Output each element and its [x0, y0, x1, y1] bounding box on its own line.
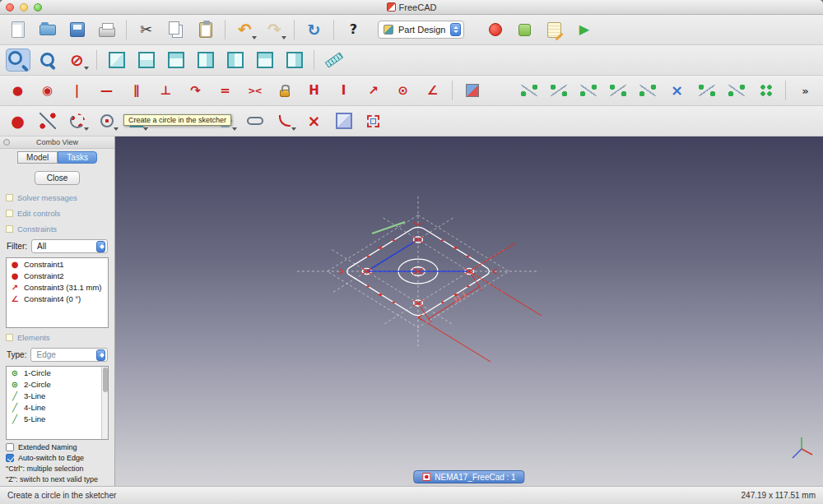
create-fillet-button[interactable]	[270, 109, 299, 134]
copy-button[interactable]	[161, 17, 190, 43]
close-task-button[interactable]: Close	[35, 171, 81, 185]
external-geometry-button[interactable]	[329, 109, 358, 134]
section-elements[interactable]: Elements	[0, 330, 114, 345]
symmetry-button[interactable]: ×	[663, 78, 691, 104]
right-view-button[interactable]	[191, 48, 220, 73]
panel-menu-button[interactable]	[3, 139, 10, 146]
tab-tasks[interactable]: Tasks	[58, 151, 97, 164]
constrain-coincident-button[interactable]: ●	[3, 78, 32, 104]
constrain-lock-button[interactable]	[270, 78, 299, 104]
checkbox[interactable]	[6, 454, 14, 462]
top-view-button[interactable]	[161, 48, 190, 73]
sketch-drawing[interactable]: 31.1	[297, 197, 542, 362]
checkbox[interactable]	[6, 443, 14, 451]
constrain-vertical-distance-button[interactable]: I	[329, 78, 358, 104]
trim-edge-button[interactable]: ×	[300, 109, 328, 134]
measure-distance-button[interactable]	[319, 48, 348, 73]
constrain-tangent-button[interactable]: ↷	[181, 78, 210, 104]
cut-button[interactable]: ✂	[132, 17, 160, 43]
refresh-button[interactable]: ↻	[300, 17, 328, 43]
constrain-perpendicular-button[interactable]: ⊥	[151, 78, 180, 104]
macro-edit-button[interactable]	[540, 17, 569, 43]
checkbox-row[interactable]: Auto-switch to Edge	[0, 452, 114, 463]
construction-hole-line[interactable]	[367, 239, 418, 271]
fillet-icon	[279, 115, 291, 127]
open-file-button[interactable]	[33, 17, 62, 43]
constrain-horizontal-button[interactable]: —	[92, 78, 121, 104]
dimension-annotations[interactable]	[418, 243, 542, 362]
create-circle-button[interactable]	[92, 109, 121, 134]
toolbar-overflow-button[interactable]: »	[791, 78, 820, 104]
save-icon	[70, 22, 85, 37]
constrain-horizontal-distance-button[interactable]: H	[300, 78, 328, 104]
element-type-select[interactable]: Edge	[30, 348, 108, 362]
select-constraints-button[interactable]	[574, 78, 602, 104]
constraint-row[interactable]: ∠ Constraint4 (0 °)	[7, 293, 108, 304]
left-view-button[interactable]	[280, 48, 309, 73]
save-button[interactable]	[63, 17, 91, 43]
undo-button[interactable]: ↶	[230, 17, 259, 43]
zoom-selection-button[interactable]	[33, 48, 62, 73]
element-row[interactable]: ╱ 5-Line	[7, 413, 108, 424]
constraint-row[interactable]: ● Constraint1	[7, 258, 108, 270]
constraint-filter-select[interactable]: All	[31, 239, 108, 253]
section-solver-messages[interactable]: Solver messages	[0, 190, 114, 206]
axonometric-view-button[interactable]	[102, 48, 131, 73]
front-view-button[interactable]	[132, 48, 160, 73]
tab-model[interactable]: Model	[17, 151, 58, 164]
constrain-distance-button[interactable]: ↗	[359, 78, 388, 104]
new-file-button[interactable]	[3, 17, 32, 43]
create-point-button[interactable]: ●	[3, 109, 32, 134]
print-button[interactable]	[92, 17, 121, 43]
connect-edges-button[interactable]	[544, 78, 573, 104]
macro-play-button[interactable]: ▶	[570, 17, 598, 43]
workbench-selector[interactable]: Part Design	[378, 21, 464, 39]
constraint-row[interactable]: ● Constraint2	[7, 270, 108, 281]
macro-stop-button[interactable]	[510, 17, 539, 43]
elements-scrollbar[interactable]	[101, 367, 108, 439]
element-row[interactable]: ⊙ 2-Circle	[7, 378, 108, 390]
toggle-construction-button[interactable]	[359, 109, 388, 134]
create-arc-button[interactable]	[63, 109, 91, 134]
document-tab[interactable]: NEMA17_FreeCad : 1	[413, 470, 524, 483]
close-shape-button[interactable]	[514, 78, 543, 104]
whats-this-button[interactable]: ?	[339, 17, 368, 43]
select-origin-button[interactable]	[603, 78, 632, 104]
paste-button[interactable]	[191, 17, 220, 43]
checkbox-row[interactable]: Extended Naming	[0, 442, 114, 452]
workbench-stepper-icon[interactable]	[450, 23, 461, 36]
constrain-parallel-button[interactable]: ∥	[122, 78, 151, 104]
constrain-point-on-object-button[interactable]: ◉	[33, 78, 62, 104]
element-row[interactable]: ⊙ 1-Circle	[7, 367, 108, 378]
toggle-driving-constraint-button[interactable]	[458, 78, 486, 104]
constraint-row[interactable]: ↗ Constraint3 (31.1 mm)	[7, 281, 108, 293]
draw-style-button[interactable]: ⊘	[63, 48, 91, 73]
filter-value: All	[37, 242, 46, 251]
construction-grid-line[interactable]	[332, 250, 453, 325]
section-edit-controls[interactable]: Edit controls	[0, 206, 114, 221]
copy-geometry-button[interactable]	[722, 78, 751, 104]
element-row[interactable]: ╱ 4-Line	[7, 401, 108, 413]
constrain-vertical-button[interactable]: |	[63, 78, 91, 104]
element-row[interactable]: ╱ 3-Line	[7, 390, 108, 401]
constrain-radius-button[interactable]: ⊙	[388, 78, 417, 104]
rectangular-array-button[interactable]	[751, 78, 780, 104]
macro-record-button[interactable]	[481, 17, 509, 43]
rear-view-button[interactable]	[221, 48, 249, 73]
redo-button[interactable]: ↷	[260, 17, 289, 43]
constrain-symmetric-button[interactable]: ><	[240, 78, 269, 104]
scrollbar-thumb[interactable]	[103, 368, 108, 392]
create-slot-button[interactable]	[240, 109, 269, 134]
element-options: Extended Naming Auto-switch to Edge	[0, 442, 114, 463]
select-dof-button[interactable]	[633, 78, 662, 104]
clone-button[interactable]	[692, 78, 721, 104]
create-line-button[interactable]	[33, 109, 62, 134]
selected-edge[interactable]	[372, 222, 405, 234]
constrain-equal-button[interactable]: =	[211, 78, 239, 104]
3d-viewport[interactable]: 31.1 NEMA17_FreeCad : 1	[115, 136, 823, 486]
section-constraints[interactable]: Constraints	[0, 221, 114, 237]
bottom-view-button[interactable]	[250, 48, 279, 73]
dimension-label[interactable]: 31.1	[452, 290, 468, 304]
fit-all-button[interactable]	[3, 48, 32, 73]
constrain-angle-button[interactable]: ∠	[418, 78, 447, 104]
